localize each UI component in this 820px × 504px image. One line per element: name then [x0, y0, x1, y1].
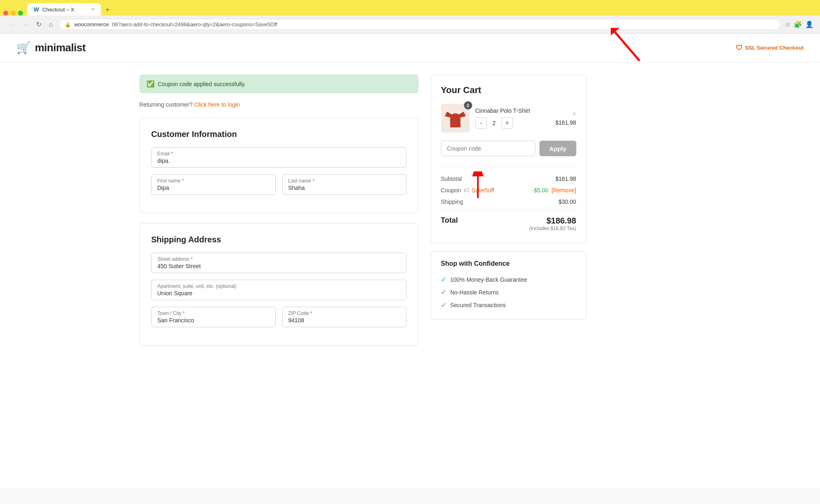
- profile-icon[interactable]: 👤: [805, 21, 813, 28]
- last-name-label: Last name *: [288, 178, 400, 184]
- right-column: Your Cart 2 Cinnabar Polo T-Shirt: [431, 75, 587, 356]
- city-zip-row: Town / City * ZIP Code *: [151, 307, 407, 327]
- tshirt-svg: [443, 106, 468, 130]
- bookmark-icon[interactable]: ☆: [785, 21, 790, 28]
- coupon-row-total: Coupon 🏷 Save5off -$5.00 [Remove]: [441, 185, 576, 196]
- shipping-label: Shipping: [441, 198, 464, 205]
- shipping-address-section: Shipping Address Street address * Apartm…: [139, 223, 418, 346]
- checkmark-icon-2: ✓: [441, 288, 446, 296]
- ssl-text: SSL Secured Checkout: [745, 45, 804, 51]
- email-group: Email *: [151, 147, 407, 168]
- confidence-title: Shop with Confidence: [441, 260, 576, 267]
- apt-wrapper: Apartment, suite, unit, etc. (optional): [151, 280, 407, 300]
- login-link[interactable]: Click here to login: [194, 101, 240, 108]
- returning-customer-text: Returning customer?: [139, 101, 193, 108]
- zip-input[interactable]: [288, 317, 400, 324]
- last-name-input[interactable]: [288, 185, 400, 191]
- first-name-label: First name *: [158, 178, 270, 184]
- confidence-card: Shop with Confidence ✓ 100% Money-Back G…: [431, 251, 587, 320]
- logo-text-bold: malist: [56, 41, 85, 54]
- new-tab-button[interactable]: +: [102, 4, 113, 16]
- shipping-address-title: Shipping Address: [151, 235, 407, 244]
- street-group: Street address *: [151, 253, 407, 273]
- forward-button[interactable]: →: [21, 19, 30, 30]
- first-name-group: First name *: [151, 174, 276, 195]
- zip-wrapper: ZIP Code *: [282, 307, 407, 327]
- ssl-shield-icon: 🛡: [736, 44, 742, 52]
- tab-close-button[interactable]: ×: [91, 7, 94, 12]
- home-button[interactable]: ⌂: [47, 19, 55, 30]
- active-tab[interactable]: W Checkout – X ×: [27, 3, 101, 16]
- subtotal-row: Subtotal $161.98: [441, 173, 576, 185]
- cart-item-info: Cinnabar Polo T-Shirt - 2 +: [475, 107, 550, 129]
- confidence-item-3: ✓ Secured Transactions: [441, 299, 576, 311]
- checkmark-icon-3: ✓: [441, 301, 446, 309]
- tab-bar: W Checkout – X × +: [0, 0, 820, 16]
- confidence-item-label-3: Secured Transactions: [450, 302, 506, 308]
- coupon-remove-link[interactable]: [Remove]: [552, 187, 576, 194]
- email-input[interactable]: [158, 157, 400, 164]
- success-banner: ✅ Coupon code applied successfully.: [139, 75, 418, 93]
- traffic-light-red[interactable]: [3, 11, 8, 16]
- returning-customer-row: Returning customer? Click here to login: [139, 101, 418, 108]
- city-wrapper: Town / City *: [151, 307, 276, 327]
- back-button[interactable]: ←: [7, 19, 16, 30]
- traffic-light-green[interactable]: [18, 11, 23, 16]
- apply-coupon-button[interactable]: Apply: [539, 141, 576, 156]
- first-name-wrapper: First name *: [151, 174, 276, 195]
- confidence-item-1: ✓ 100% Money-Back Guarantee: [441, 273, 576, 286]
- total-final-value-group: $186.98 (Includes $16.82 Tax): [529, 216, 576, 231]
- address-bar[interactable]: 🔒 woocommerce 06?aero-add-to-checkout=24…: [59, 19, 781, 30]
- email-field-wrapper: Email *: [151, 147, 407, 168]
- logo: 🛒 minimalist: [16, 41, 86, 55]
- checkmark-icon-1: ✓: [441, 276, 446, 283]
- cart-item-badge: 2: [464, 101, 472, 109]
- city-input[interactable]: [158, 317, 270, 324]
- subtotal-value: $161.98: [555, 176, 576, 182]
- traffic-light-yellow[interactable]: [11, 11, 16, 16]
- cart-title: Your Cart: [441, 85, 576, 96]
- customer-information-section: Customer Information Email * First name …: [139, 118, 418, 213]
- shipping-value: $30.00: [559, 198, 576, 205]
- first-name-input[interactable]: [158, 185, 270, 191]
- shipping-row: Shipping $30.00: [441, 196, 576, 208]
- refresh-button[interactable]: ↻: [34, 19, 43, 30]
- ssl-badge: 🛡 SSL Secured Checkout: [736, 44, 804, 52]
- cart-item-name: Cinnabar Polo T-Shirt: [475, 107, 550, 114]
- cart-card: Your Cart 2 Cinnabar Polo T-Shirt: [431, 75, 587, 243]
- cart-item-image-wrap: 2: [441, 104, 470, 132]
- subtotal-label: Subtotal: [441, 176, 462, 182]
- main-content: ✅ Coupon code applied successfully. Retu…: [123, 62, 697, 368]
- cart-item-remove-button[interactable]: ×: [572, 110, 576, 118]
- last-name-group: Last name *: [282, 174, 407, 195]
- wordpress-icon: W: [34, 6, 39, 13]
- street-label: Street address *: [158, 256, 400, 262]
- page-wrapper: 🛒 minimalist 🛡 SSL Secured Checkout ✅ Co…: [0, 34, 820, 488]
- quantity-value: 2: [490, 120, 498, 126]
- left-column: ✅ Coupon code applied successfully. Retu…: [139, 75, 418, 356]
- apt-group: Apartment, suite, unit, etc. (optional): [151, 280, 407, 300]
- customer-info-title: Customer Information: [151, 130, 407, 139]
- total-final-row: Total $186.98 (Includes $16.82 Tax): [441, 210, 576, 233]
- cart-item-right: × $161.98: [555, 110, 576, 126]
- zip-label: ZIP Code *: [288, 310, 400, 316]
- street-wrapper: Street address *: [151, 253, 407, 273]
- city-group: Town / City *: [151, 307, 276, 327]
- coupon-row: Apply: [441, 141, 576, 156]
- coupon-label-group: Coupon 🏷 Save5off: [441, 187, 494, 194]
- cart-item-price: $161.98: [555, 119, 576, 126]
- coupon-discount-row-right: -$5.00 [Remove]: [532, 187, 576, 194]
- traffic-lights: [3, 11, 26, 16]
- quantity-decrease-button[interactable]: -: [475, 117, 487, 129]
- extensions-icon[interactable]: 🧩: [794, 21, 802, 28]
- cart-logo-icon: 🛒: [16, 41, 31, 55]
- coupon-label-text: Coupon: [441, 187, 461, 194]
- quantity-increase-button[interactable]: +: [502, 117, 513, 129]
- total-tax-note: (Includes $16.82 Tax): [529, 226, 576, 231]
- site-header: 🛒 minimalist 🛡 SSL Secured Checkout: [0, 34, 820, 62]
- total-final-amount: $186.98: [529, 216, 576, 226]
- street-input[interactable]: [158, 263, 400, 269]
- apt-input[interactable]: [158, 290, 400, 296]
- logo-text-thin: mini: [35, 41, 56, 54]
- coupon-code-input[interactable]: [441, 141, 535, 156]
